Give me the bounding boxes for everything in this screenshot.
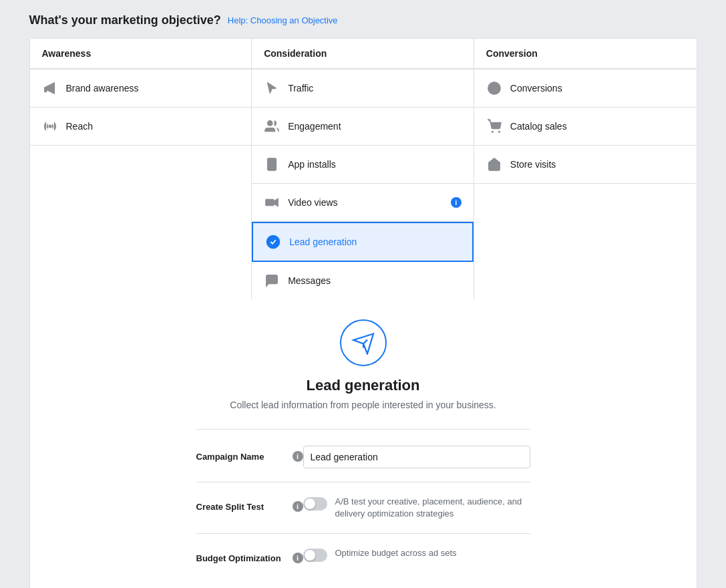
obj-reach[interactable]: Reach xyxy=(30,108,252,146)
split-test-info-icon[interactable]: i xyxy=(293,501,303,512)
objectives-columns: Brand awareness Reach xyxy=(30,69,697,299)
page-title: What's your marketing objective? xyxy=(29,13,221,27)
cart-icon xyxy=(486,118,502,134)
split-test-toggle[interactable] xyxy=(303,497,327,510)
conversions-label: Conversions xyxy=(510,83,562,94)
budget-opt-toggle-row: Optimize budget across ad sets xyxy=(303,547,530,562)
app-installs-label: App installs xyxy=(288,159,336,170)
messages-icon xyxy=(264,273,280,289)
col-header-awareness: Awareness xyxy=(30,39,252,69)
video-icon xyxy=(264,194,280,210)
main-card: Awareness Consideration Conversion Brand… xyxy=(29,38,697,588)
split-test-label: Create Split Test i xyxy=(196,496,303,512)
obj-store-visits[interactable]: Store visits xyxy=(474,146,697,184)
store-visits-label: Store visits xyxy=(510,159,556,170)
megaphone-icon xyxy=(42,80,58,96)
obj-video-views[interactable]: Video views i xyxy=(252,184,474,222)
cursor-icon xyxy=(264,80,280,96)
budget-opt-label: Budget Optimization i xyxy=(196,547,303,563)
reach-label: Reach xyxy=(66,121,93,132)
catalog-sales-label: Catalog sales xyxy=(510,121,567,132)
messages-label: Messages xyxy=(288,275,331,286)
bottom-section: Lead generation Collect lead information… xyxy=(30,299,697,588)
svg-point-8 xyxy=(492,131,493,132)
store-icon xyxy=(486,156,502,172)
obj-engagement[interactable]: Engagement xyxy=(252,108,474,146)
col-header-consideration: Consideration xyxy=(252,39,474,69)
obj-catalog-sales[interactable]: Catalog sales xyxy=(474,108,697,146)
budget-opt-row: Budget Optimization i Optimize budget ac… xyxy=(196,547,530,577)
conversion-empty xyxy=(474,184,697,299)
campaign-name-label: Campaign Name i xyxy=(196,446,303,462)
campaign-name-info-icon[interactable]: i xyxy=(293,451,303,462)
awareness-column: Brand awareness Reach xyxy=(30,69,252,299)
awareness-empty xyxy=(30,146,252,299)
svg-point-1 xyxy=(268,121,273,126)
obj-conversions[interactable]: Conversions xyxy=(474,69,697,108)
split-test-row: Create Split Test i A/B test your creati… xyxy=(196,496,530,534)
lead-gen-check-icon xyxy=(265,234,281,250)
reach-icon xyxy=(42,118,58,134)
campaign-name-row: Campaign Name i xyxy=(196,446,530,482)
video-views-label: Video views xyxy=(288,197,337,208)
objectives-header: Awareness Consideration Conversion xyxy=(30,39,697,69)
selected-objective-desc: Collect lead information from people int… xyxy=(230,400,496,410)
lead-generation-label: Lead generation xyxy=(289,237,357,247)
video-views-info-icon[interactable]: i xyxy=(451,197,462,208)
svg-rect-4 xyxy=(266,199,274,205)
engagement-icon xyxy=(264,118,280,134)
svg-point-9 xyxy=(498,131,500,132)
campaign-name-input[interactable] xyxy=(303,446,530,468)
split-test-toggle-row: A/B test your creative, placement, audie… xyxy=(303,496,530,520)
engagement-label: Engagement xyxy=(288,121,341,132)
brand-awareness-label: Brand awareness xyxy=(66,83,139,94)
budget-opt-toggle[interactable] xyxy=(303,549,327,562)
obj-lead-generation[interactable]: Lead generation xyxy=(252,222,474,262)
conversion-column: Conversions Catalog sales xyxy=(474,69,697,299)
traffic-label: Traffic xyxy=(288,83,313,94)
obj-brand-awareness[interactable]: Brand awareness xyxy=(30,69,252,108)
page-header: What's your marketing objective? Help: C… xyxy=(29,13,697,27)
help-link[interactable]: Help: Choosing an Objective xyxy=(228,15,338,25)
campaign-name-control xyxy=(303,446,530,468)
col-header-conversion: Conversion xyxy=(474,39,697,69)
selected-objective-icon xyxy=(340,319,387,366)
consideration-column: Traffic Engagement xyxy=(252,69,474,299)
budget-opt-desc: Optimize budget across ad sets xyxy=(335,547,457,559)
budget-opt-info-icon[interactable]: i xyxy=(293,553,303,563)
page-container: What's your marketing objective? Help: C… xyxy=(29,13,697,588)
selected-objective-title: Lead generation xyxy=(307,377,420,394)
split-test-control: A/B test your creative, placement, audie… xyxy=(303,496,530,520)
svg-rect-2 xyxy=(268,158,277,170)
obj-app-installs[interactable]: App installs xyxy=(252,146,474,184)
globe-icon xyxy=(486,80,502,96)
svg-point-0 xyxy=(49,125,51,128)
budget-opt-control: Optimize budget across ad sets xyxy=(303,547,530,562)
split-test-desc: A/B test your creative, placement, audie… xyxy=(335,496,530,520)
form-section: Campaign Name i Create Split Test i xyxy=(196,429,530,588)
obj-messages[interactable]: Messages xyxy=(252,262,474,299)
obj-traffic[interactable]: Traffic xyxy=(252,69,474,108)
app-icon xyxy=(264,156,280,172)
